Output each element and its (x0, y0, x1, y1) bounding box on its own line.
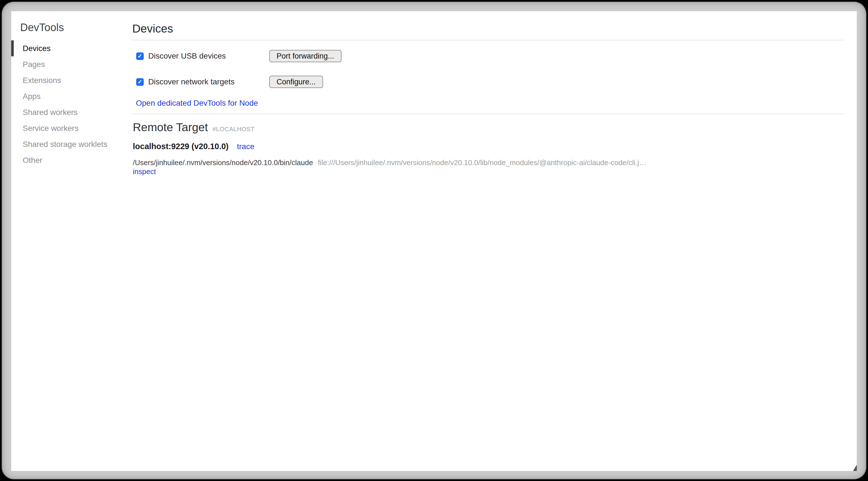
process-path: /Users/jinhuilee/.nvm/versions/node/v20.… (133, 158, 313, 167)
checkmark-icon: ✓ (137, 79, 143, 85)
sidebar-item-label: Devices (23, 44, 51, 53)
discover-usb-row: ✓ Discover USB devices Port forwarding..… (132, 50, 844, 62)
discover-usb-checkbox[interactable]: ✓ (136, 53, 144, 60)
sidebar-item-label: Shared workers (23, 108, 78, 117)
sidebar-item-label: Pages (23, 60, 45, 69)
inspect-link[interactable]: inspect (133, 167, 156, 176)
resize-grip-icon[interactable] (853, 465, 857, 471)
discover-network-checkbox[interactable]: ✓ (136, 78, 144, 86)
section-divider (132, 114, 844, 114)
sidebar-item-label: Other (23, 156, 42, 165)
target-name: localhost:9229 (v20.10.0) (133, 142, 229, 151)
sidebar-item-service-workers[interactable]: Service workers (11, 120, 121, 136)
target-actions-line: inspect (133, 167, 844, 176)
page-title: Devices (132, 22, 173, 35)
remote-target-heading: Remote Target (133, 121, 208, 134)
main-panel: Devices ✓ Discover USB devices Port forw… (121, 11, 844, 471)
sidebar-item-label: Shared storage worklets (23, 140, 107, 149)
sidebar-item-label: Service workers (23, 124, 79, 133)
sidebar-item-apps[interactable]: Apps (11, 88, 121, 104)
sidebar-nav: Devices Pages Extensions Apps Shared wor… (11, 40, 121, 168)
selection-indicator (11, 40, 14, 56)
window-frame: DevTools Devices Pages Extensions Apps S… (2, 2, 866, 479)
sidebar-title: DevTools (20, 21, 64, 34)
sidebar-item-extensions[interactable]: Extensions (11, 72, 121, 88)
node-devtools-row: Open dedicated DevTools for Node (136, 99, 258, 108)
target-path-line: /Users/jinhuilee/.nvm/versions/node/v20.… (133, 158, 844, 167)
sidebar-item-label: Extensions (23, 76, 61, 85)
configure-button[interactable]: Configure... (269, 76, 323, 88)
remote-target-heading-row: Remote Target #LOCALHOST (133, 121, 255, 134)
sidebar-item-shared-storage-worklets[interactable]: Shared storage worklets (11, 136, 121, 152)
sidebar: DevTools Devices Pages Extensions Apps S… (11, 11, 121, 471)
sidebar-item-label: Apps (23, 92, 41, 101)
target-details: /Users/jinhuilee/.nvm/versions/node/v20.… (133, 158, 844, 176)
discover-usb-label: Discover USB devices (148, 52, 226, 61)
target-name-row: localhost:9229 (v20.10.0) trace (133, 142, 254, 151)
sidebar-item-pages[interactable]: Pages (11, 56, 121, 72)
section-divider (132, 40, 844, 40)
trace-link[interactable]: trace (237, 142, 254, 151)
file-url: file:///Users/jinhuilee/.nvm/versions/no… (318, 158, 646, 167)
discover-network-label: Discover network targets (148, 78, 235, 86)
open-node-devtools-link[interactable]: Open dedicated DevTools for Node (136, 99, 258, 107)
sidebar-item-other[interactable]: Other (11, 152, 121, 168)
localhost-tag: #LOCALHOST (212, 126, 255, 133)
discover-network-row: ✓ Discover network targets Configure... (132, 76, 844, 88)
sidebar-item-shared-workers[interactable]: Shared workers (11, 104, 121, 120)
checkmark-icon: ✓ (137, 53, 143, 59)
sidebar-item-devices[interactable]: Devices (11, 40, 121, 56)
content-area: DevTools Devices Pages Extensions Apps S… (11, 11, 857, 471)
port-forwarding-button[interactable]: Port forwarding... (269, 50, 342, 62)
